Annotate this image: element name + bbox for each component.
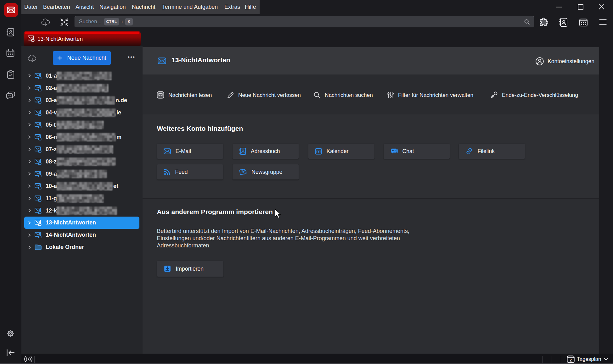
svg-text:2: 2 (570, 358, 572, 362)
